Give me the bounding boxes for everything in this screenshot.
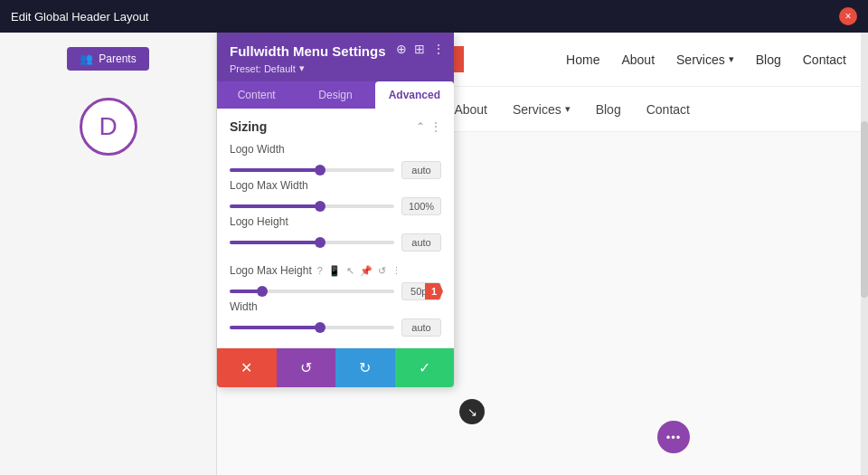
expand-icon[interactable]: ⊞: [414, 42, 425, 56]
nav-item-services[interactable]: Services: [676, 52, 734, 67]
width-field: Width auto: [230, 300, 441, 337]
panel-tabs: Content Design Advanced: [217, 81, 454, 109]
sizing-title: Sizing: [230, 119, 267, 134]
nav-item-blog[interactable]: Blog: [756, 52, 781, 67]
pin-icon[interactable]: 📌: [360, 265, 373, 277]
field-more-icon[interactable]: ⋮: [392, 265, 401, 277]
panel-header: Fullwidth Menu Settings Preset: Default …: [217, 33, 454, 81]
logo-height-field: Logo Height auto: [230, 215, 441, 252]
right-content: Search Home About Services Blog Contact …: [217, 33, 868, 475]
notification-badge: 1: [425, 283, 443, 299]
drag-handle[interactable]: ↘: [459, 399, 485, 424]
settings-panel: Fullwidth Menu Settings Preset: Default …: [217, 33, 454, 387]
logo-max-height-label: Logo Max Height: [230, 264, 312, 277]
logo-max-width-value[interactable]: 100%: [401, 197, 441, 215]
undo-button[interactable]: ↺: [277, 348, 336, 387]
help-icon[interactable]: ?: [317, 265, 323, 276]
logo-max-width-track[interactable]: [230, 204, 394, 208]
tab-design[interactable]: Design: [296, 81, 374, 109]
main-area: 👥 Parents D Search Home About Services B…: [0, 33, 868, 475]
tab-content[interactable]: Content: [217, 81, 296, 109]
width-track[interactable]: [230, 326, 394, 329]
reset-icon[interactable]: ↺: [378, 265, 386, 277]
panel-footer: ✕ ↺ ↻ ✓: [217, 347, 454, 387]
left-sidebar: 👥 Parents D: [0, 33, 217, 475]
parents-button[interactable]: 👥 Parents: [67, 47, 148, 71]
divi-logo: D: [80, 98, 137, 156]
logo-height-track[interactable]: [230, 241, 394, 244]
chevron-icon: ▾: [299, 62, 305, 74]
drag-icon: ↘: [467, 405, 477, 419]
target-icon[interactable]: ⊕: [396, 42, 407, 56]
close-button[interactable]: ×: [839, 7, 857, 25]
cancel-button[interactable]: ✕: [217, 348, 277, 387]
logo-height-value[interactable]: auto: [401, 233, 441, 252]
top-nav-menu: Home About Services Blog Contact: [566, 52, 846, 67]
cursor-icon[interactable]: ↖: [346, 265, 354, 277]
logo-max-width-label: Logo Max Width: [230, 179, 441, 192]
width-slider-row: auto: [230, 318, 441, 337]
device-icon[interactable]: 📱: [328, 265, 341, 277]
logo-max-height-field: Logo Max Height ? 📱 ↖ 📌 ↺ ⋮ 50px: [230, 264, 441, 300]
scrollbar[interactable]: [861, 33, 868, 475]
width-value[interactable]: auto: [401, 318, 441, 337]
logo-width-slider-row: auto: [230, 161, 441, 179]
nav-item-contact[interactable]: Contact: [803, 52, 846, 67]
panel-header-icons: ⊕ ⊞ ⋮: [396, 42, 445, 56]
logo-height-label: Logo Height: [230, 215, 441, 228]
logo-max-height-track[interactable]: [230, 290, 394, 293]
section-more-icon[interactable]: ⋮: [430, 120, 441, 133]
scrollbar-thumb[interactable]: [861, 121, 868, 299]
logo-max-height-label-row: Logo Max Height ? 📱 ↖ 📌 ↺ ⋮: [230, 264, 441, 277]
logo-width-field: Logo Width auto: [230, 143, 441, 179]
save-button[interactable]: ✓: [395, 348, 455, 387]
section-icons: ⌃ ⋮: [416, 120, 441, 133]
nav-item-about[interactable]: About: [621, 52, 655, 67]
logo-height-slider-row: auto: [230, 233, 441, 252]
window-title: Edit Global Header Layout: [11, 10, 148, 24]
parents-icon: 👥: [80, 52, 93, 65]
nav-item-home[interactable]: Home: [566, 52, 599, 67]
site-nav-blog[interactable]: Blog: [596, 102, 621, 117]
width-label: Width: [230, 300, 441, 313]
logo-width-value[interactable]: auto: [401, 161, 441, 179]
logo-width-track[interactable]: [230, 168, 394, 172]
logo-max-height-slider-row: 50px 1: [230, 282, 441, 300]
floating-more-button[interactable]: •••: [657, 421, 690, 453]
panel-body: Sizing ⌃ ⋮ Logo Width auto: [217, 109, 454, 347]
top-bar: Edit Global Header Layout ×: [0, 0, 868, 33]
site-nav-contact[interactable]: Contact: [646, 102, 690, 117]
more-icon[interactable]: ⋮: [432, 42, 445, 56]
tab-advanced[interactable]: Advanced: [375, 81, 454, 109]
logo-max-width-field: Logo Max Width 100%: [230, 179, 441, 215]
logo-max-width-slider-row: 100%: [230, 197, 441, 215]
redo-button[interactable]: ↻: [335, 348, 395, 387]
more-dots-icon: •••: [666, 431, 682, 444]
logo-width-label: Logo Width: [230, 143, 441, 156]
sizing-section-header: Sizing ⌃ ⋮: [230, 119, 441, 134]
collapse-icon[interactable]: ⌃: [416, 120, 425, 133]
panel-preset[interactable]: Preset: Default ▾: [230, 62, 441, 74]
site-nav-about[interactable]: About: [454, 102, 487, 117]
site-nav-services[interactable]: Services: [513, 102, 571, 117]
